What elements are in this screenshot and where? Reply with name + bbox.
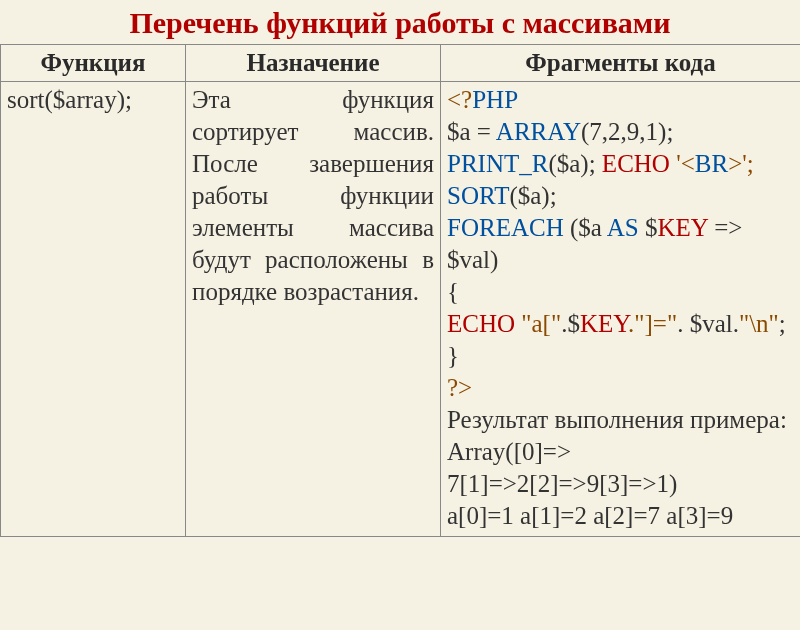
code-kw-key: KEY bbox=[580, 310, 628, 337]
code-text: (7,2,9,1); bbox=[581, 118, 673, 145]
table-header-row: Функция Назначение Фрагменты кода bbox=[1, 45, 801, 82]
cell-code: <?PHP $a = ARRAY(7,2,9,1); PRINT_R($a); … bbox=[441, 82, 801, 537]
code-kw-echo: ECHO bbox=[447, 310, 515, 337]
slide-title: Перечень функций работы с массивами bbox=[0, 0, 800, 44]
code-str: ."]=" bbox=[628, 310, 677, 337]
code-text: ($a); bbox=[548, 150, 601, 177]
code-kw-sort: SORT bbox=[447, 182, 509, 209]
code-str: "\n" bbox=[739, 310, 779, 337]
code-str: "a[" bbox=[515, 310, 561, 337]
table-row: sort($array); Эта функция сортирует масс… bbox=[1, 82, 801, 537]
result-line-2: a[0]=1 a[1]=2 a[2]=7 a[3]=9 bbox=[447, 502, 733, 529]
code-kw-key: KEY bbox=[657, 214, 707, 241]
header-description: Назначение bbox=[186, 45, 441, 82]
code-text: ($a); bbox=[509, 182, 556, 209]
code-text: ($a bbox=[564, 214, 607, 241]
code-kw-br: BR bbox=[695, 150, 728, 177]
code-text: . $val. bbox=[677, 310, 739, 337]
header-code: Фрагменты кода bbox=[441, 45, 801, 82]
code-text: ; bbox=[779, 310, 786, 337]
code-str: '< bbox=[670, 150, 695, 177]
slide: Перечень функций работы с массивами Функ… bbox=[0, 0, 800, 630]
code-kw-php: PHP bbox=[472, 86, 518, 113]
result-line-1: Array([0]=> 7[1]=>2[2]=>9[3]=>1) bbox=[447, 438, 677, 497]
code-kw-as: AS bbox=[607, 214, 639, 241]
result-label: Результат выполнения примера: bbox=[447, 406, 787, 433]
code-brace-open: { bbox=[447, 278, 459, 305]
cell-description: Эта функция сортирует массив. После заве… bbox=[186, 82, 441, 537]
code-tag-open: <? bbox=[447, 86, 472, 113]
code-text: $ bbox=[639, 214, 658, 241]
code-tag-close: ?> bbox=[447, 374, 472, 401]
cell-function: sort($array); bbox=[1, 82, 186, 537]
code-kw-array: ARRAY bbox=[496, 118, 581, 145]
code-kw-echo: ECHO bbox=[602, 150, 670, 177]
code-text: .$ bbox=[561, 310, 580, 337]
functions-table: Функция Назначение Фрагменты кода sort($… bbox=[0, 44, 800, 537]
code-str: >'; bbox=[728, 150, 754, 177]
code-text: $a = bbox=[447, 118, 496, 145]
header-function: Функция bbox=[1, 45, 186, 82]
code-kw-foreach: FOREACH bbox=[447, 214, 564, 241]
code-brace-close: } bbox=[447, 342, 459, 369]
code-kw-printr: PRINT_R bbox=[447, 150, 548, 177]
